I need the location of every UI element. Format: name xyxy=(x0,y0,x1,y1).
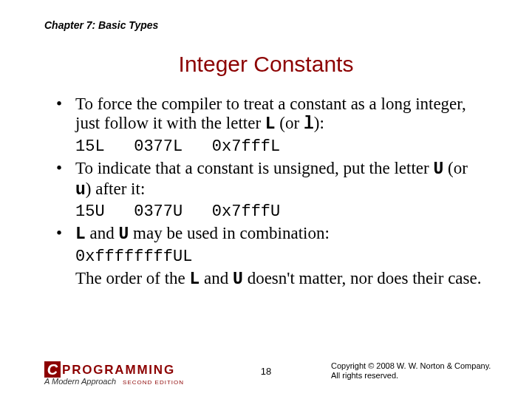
code-example-3: 0xffffffffUL xyxy=(55,248,483,266)
copyright-line-1: Copyright © 2008 W. W. Norton & Company. xyxy=(331,361,491,370)
bullet-2-text-b: (or xyxy=(443,159,468,177)
order-text-b: and xyxy=(200,269,233,287)
code-U-order: U xyxy=(233,270,243,289)
order-text-c: doesn't matter, nor does their case. xyxy=(243,269,482,287)
bullet-1-text-c: ): xyxy=(314,114,324,132)
slide-title: Integer Constants xyxy=(0,52,532,77)
code-L-order: L xyxy=(190,270,200,289)
copyright-notice: Copyright © 2008 W. W. Norton & Company.… xyxy=(331,361,494,382)
bullet-2-text-a: To indicate that a constant is unsigned,… xyxy=(75,159,433,177)
chapter-label: Chapter 7: Basic Types xyxy=(44,19,158,31)
slide-body: To force the compiler to treat a constan… xyxy=(55,95,483,290)
slide-footer: CPROGRAMMING A Modern Approach SECOND ED… xyxy=(0,353,532,386)
bullet-2-text-c: ) after it: xyxy=(86,180,145,198)
code-U-upper: U xyxy=(433,160,443,179)
bullet-3-text-a: and xyxy=(86,224,119,242)
logo-edition: SECOND EDITION xyxy=(123,379,184,386)
bullet-1: To force the compiler to treat a constan… xyxy=(55,95,483,134)
code-u-lower: u xyxy=(75,180,86,200)
logo-subtitle: A Modern Approach SECOND EDITION xyxy=(44,377,184,386)
bullet-1-text-b: (or xyxy=(276,114,304,132)
code-L-combo: L xyxy=(75,225,86,244)
copyright-line-2: All rights reserved. xyxy=(331,371,398,380)
bullet-3-text-b: may be used in combination: xyxy=(129,224,329,242)
bullet-3: L and U may be used in combination: xyxy=(55,224,483,244)
code-example-2: 15U 0377U 0x7fffU xyxy=(55,202,483,221)
code-example-1: 15L 0377L 0x7fffL xyxy=(55,137,483,156)
logo-subtitle-text: A Modern Approach xyxy=(44,377,116,386)
order-text-a: The order of the xyxy=(75,269,190,287)
bullet-2: To indicate that a constant is unsigned,… xyxy=(55,159,483,200)
code-L-upper: L xyxy=(265,115,276,134)
bullet-3-order-note: The order of the L and U doesn't matter,… xyxy=(55,269,483,289)
code-U-combo: U xyxy=(119,225,129,244)
code-l-lower: l xyxy=(304,115,314,134)
